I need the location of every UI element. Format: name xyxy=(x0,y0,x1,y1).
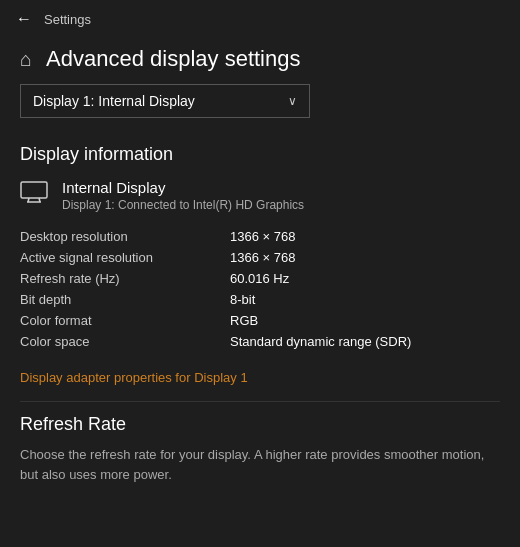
info-label: Color format xyxy=(20,313,230,328)
info-value: 8-bit xyxy=(230,292,255,307)
svg-rect-0 xyxy=(21,182,47,198)
info-label: Active signal resolution xyxy=(20,250,230,265)
refresh-rate-description: Choose the refresh rate for your display… xyxy=(20,445,500,484)
display-dropdown[interactable]: Display 1: Internal Display ∨ xyxy=(20,84,310,118)
dropdown-label: Display 1: Internal Display xyxy=(33,93,195,109)
info-label: Bit depth xyxy=(20,292,230,307)
table-row: Refresh rate (Hz)60.016 Hz xyxy=(20,268,500,289)
table-row: Bit depth8-bit xyxy=(20,289,500,310)
divider xyxy=(20,401,500,402)
display-selector-wrapper: Display 1: Internal Display ∨ xyxy=(0,84,520,134)
display-info-table: Desktop resolution1366 × 768Active signa… xyxy=(20,226,500,360)
display-name: Internal Display xyxy=(62,179,304,196)
refresh-rate-title: Refresh Rate xyxy=(20,414,500,435)
display-subtitle: Display 1: Connected to Intel(R) HD Grap… xyxy=(62,198,304,212)
monitor-icon xyxy=(20,179,48,206)
display-info-section-title: Display information xyxy=(0,134,520,179)
table-row: Active signal resolution1366 × 768 xyxy=(20,247,500,268)
page-title: Advanced display settings xyxy=(46,46,300,72)
refresh-rate-section: Refresh Rate Choose the refresh rate for… xyxy=(0,414,520,484)
display-header: Internal Display Display 1: Connected to… xyxy=(20,179,500,212)
display-name-block: Internal Display Display 1: Connected to… xyxy=(62,179,304,212)
info-label: Desktop resolution xyxy=(20,229,230,244)
adapter-properties-link[interactable]: Display adapter properties for Display 1 xyxy=(20,360,248,389)
page-header: ⌂ Advanced display settings xyxy=(0,38,520,84)
info-value: 1366 × 768 xyxy=(230,229,295,244)
info-label: Refresh rate (Hz) xyxy=(20,271,230,286)
table-row: Desktop resolution1366 × 768 xyxy=(20,226,500,247)
display-info-card: Internal Display Display 1: Connected to… xyxy=(0,179,520,389)
info-value: 1366 × 768 xyxy=(230,250,295,265)
info-value: RGB xyxy=(230,313,258,328)
back-button[interactable]: ← xyxy=(16,10,32,28)
titlebar-label: Settings xyxy=(44,12,91,27)
table-row: Color formatRGB xyxy=(20,310,500,331)
chevron-down-icon: ∨ xyxy=(288,94,297,108)
titlebar: ← Settings xyxy=(0,0,520,38)
info-label: Color space xyxy=(20,334,230,349)
info-value: Standard dynamic range (SDR) xyxy=(230,334,411,349)
table-row: Color spaceStandard dynamic range (SDR) xyxy=(20,331,500,352)
info-value: 60.016 Hz xyxy=(230,271,289,286)
home-icon: ⌂ xyxy=(20,48,32,71)
